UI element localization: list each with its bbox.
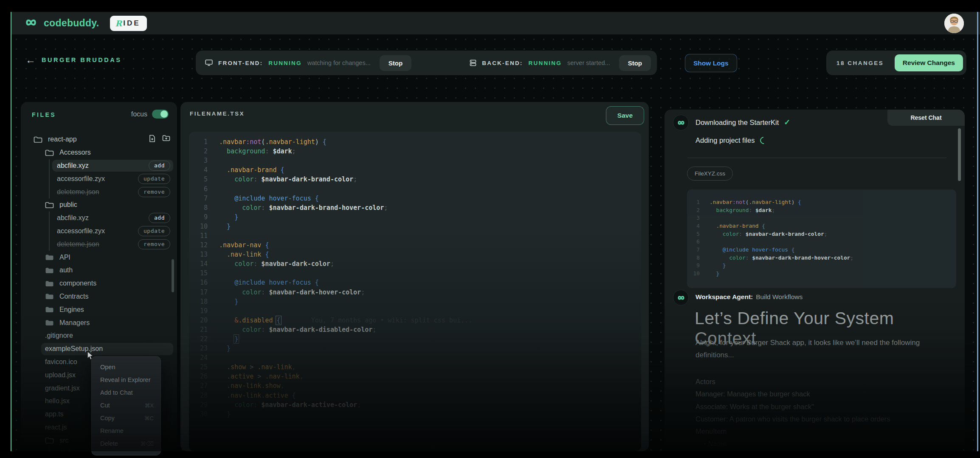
focus-toggle[interactable] — [152, 110, 169, 119]
show-logs-button[interactable]: Show Logs — [685, 54, 737, 72]
code-line-5: 5 color: $navbar-dark-brand-color; — [687, 230, 956, 238]
code-line-27: 27 .nav-link.show, — [189, 381, 641, 390]
menu-item-rename[interactable]: Rename — [92, 424, 161, 437]
menu-item-copy[interactable]: Copy⌘C — [92, 412, 161, 424]
menu-item-delete[interactable]: Delete⌘⌫ — [92, 437, 161, 450]
user-avatar[interactable] — [944, 14, 964, 33]
file-chip[interactable]: FileXYZ.css — [687, 167, 733, 181]
file-tree-item-abcfile.xyz[interactable]: abcfile.xyzadd — [21, 212, 177, 225]
code-editor[interactable]: 1.navbar:not(.navbar-light) {2 backgroun… — [189, 132, 641, 451]
code-line-8: 8 color: $navbar-dark-brand-hover-color; — [687, 254, 956, 262]
file-label: abcfile.xyz — [57, 214, 89, 222]
code-line-20: 20 &.disabled { You, 7 months ago • wiki… — [189, 316, 641, 325]
remove-badge: remove — [138, 239, 170, 249]
code-line-19: 19 — [189, 306, 641, 316]
definition-bullet: • Description — [696, 450, 950, 451]
file-tree-item-accessorfile.zyx[interactable]: accessorfile.zyxupdate — [21, 225, 177, 238]
back-arrow-icon[interactable]: ← — [25, 55, 36, 65]
file-tree-item-auth[interactable]: auth — [21, 264, 177, 277]
folder-open-icon — [45, 201, 54, 209]
new-folder-icon[interactable] — [162, 135, 170, 144]
code-line-10: 10 } — [189, 222, 641, 231]
ide-badge: R IDE — [110, 16, 146, 31]
folder-open-icon — [45, 437, 54, 444]
brand[interactable]: codebuddy. R IDE — [23, 16, 147, 31]
file-tree-item-API[interactable]: API — [21, 251, 177, 264]
code-line-6: 6 — [189, 184, 641, 193]
definition-line: Manager: Manages the burger shack — [696, 388, 950, 400]
code-line-4: 4 .navbar-brand { — [687, 222, 956, 230]
code-line-5: 5 color: $navbar-dark-brand-color; — [189, 175, 641, 184]
file-label: src — [59, 437, 68, 444]
code-line-2: 2 background: $dark; — [687, 206, 956, 214]
file-tree-item-Contracts[interactable]: Contracts — [21, 290, 177, 303]
folder-open-icon — [34, 136, 42, 143]
file-label: Accessors — [59, 149, 91, 156]
code-line-17: 17 color: $navbar-dark-hover-color; — [189, 288, 641, 297]
code-line-9: 9 } — [687, 262, 956, 270]
folder-icon — [45, 319, 54, 326]
window-right-scrollbar[interactable] — [977, 12, 978, 451]
code-line-15: 15 — [189, 269, 641, 278]
update-badge: update — [138, 226, 170, 236]
file-tree-item-Accessors[interactable]: Accessors — [21, 146, 177, 159]
code-line-25: 25 .show > .nav-link, — [189, 362, 641, 372]
file-tree-item-Managers[interactable]: Managers — [21, 316, 177, 329]
menu-item-reveal-in-explorer[interactable]: Reveal in Explorer — [92, 373, 161, 386]
file-label: components — [59, 280, 96, 287]
backend-state: RUNNING — [529, 60, 562, 66]
file-tree-item-deleteme.json[interactable]: deleteme.jsonremove — [21, 237, 177, 251]
reset-chat-button[interactable]: Reset Chat — [887, 110, 965, 126]
code-line-11: 11 — [189, 231, 641, 240]
code-line-7: 7 @include hover-focus { — [687, 246, 956, 254]
frontend-stop-button[interactable]: Stop — [380, 55, 411, 71]
menu-item-cut[interactable]: Cut⌘X — [92, 399, 161, 412]
code-line-18: 18 } — [189, 297, 641, 306]
new-file-icon[interactable] — [149, 135, 155, 144]
code-line-21: 21 color: $navbar-dark-disabled-color; — [189, 325, 641, 334]
file-label: gradient.jsx — [45, 384, 80, 392]
definition-line: Associate: Works at the burger shack" — [696, 401, 950, 413]
window-left-accent — [11, 12, 11, 451]
file-tree-item-components[interactable]: components — [21, 277, 177, 290]
file-label: accessorfile.zyx — [57, 227, 105, 235]
definition-line: Customer: A patron who visits the burger… — [696, 413, 950, 425]
editor-filename: FILENAME.TSX — [190, 110, 245, 117]
file-tree-item-Engines[interactable]: Engines — [21, 303, 177, 316]
code-line-6: 6 — [687, 237, 956, 246]
file-tree-item-.gitignore[interactable]: .gitignore — [21, 329, 177, 342]
files-scrollbar[interactable] — [172, 259, 174, 292]
file-label: react.js — [45, 424, 67, 431]
agent-title: Workspace Agent:Build Workflows — [696, 293, 803, 301]
spinner-icon — [759, 136, 769, 146]
file-label: abcfile.xyz — [57, 450, 89, 451]
chat-definitions: ActorsManager: Manages the burger shackA… — [696, 376, 950, 451]
menu-item-add-to-chat[interactable]: Add to Chat — [92, 386, 161, 399]
ide-badge-label: IDE — [123, 19, 140, 28]
code-line-14: 14 color: $navbar-dark-color; — [189, 259, 641, 269]
save-button[interactable]: Save — [606, 106, 644, 125]
file-tree-item-accessorfile.zyx[interactable]: accessorfile.zyxupdate — [21, 172, 177, 185]
chat-divider — [687, 158, 947, 158]
backend-status: BACK-END: RUNNING server started... Stop — [470, 55, 651, 71]
code-line-7: 7 @include hover-focus { — [189, 194, 641, 203]
frontend-detail: watching for changes... — [307, 59, 371, 66]
menu-item-open[interactable]: Open — [92, 361, 161, 373]
chat-scrollbar[interactable] — [958, 128, 961, 181]
code-line-1: 1.navbar:not(.navbar-light) { — [189, 137, 641, 147]
file-tree-item-react-app[interactable]: react-app — [21, 133, 177, 146]
file-label: accessorfile.zyx — [57, 175, 105, 183]
file-label: Engines — [59, 306, 84, 314]
chat-status-adding: Adding project files — [696, 136, 767, 144]
review-changes-button[interactable]: Review Changes — [895, 54, 963, 71]
backend-stop-button[interactable]: Stop — [619, 55, 651, 71]
brand-name: codebuddy. — [44, 17, 99, 29]
codebuddy-logo-icon — [23, 17, 39, 30]
file-tree-item-exampleSetup.json[interactable]: exampleSetup.json — [21, 342, 177, 356]
frontend-status: FRONT-END: RUNNING watching for changes.… — [205, 55, 411, 71]
file-tree-item-deleteme.json[interactable]: deleteme.jsonremove — [21, 185, 177, 198]
file-tree-item-public[interactable]: public — [21, 198, 177, 212]
file-tree-item-abcfile.xyz[interactable]: abcfile.xyzadd — [21, 159, 177, 172]
file-label: hello.jsx — [45, 397, 70, 405]
code-line-4: 4 .navbar-brand { — [189, 165, 641, 175]
